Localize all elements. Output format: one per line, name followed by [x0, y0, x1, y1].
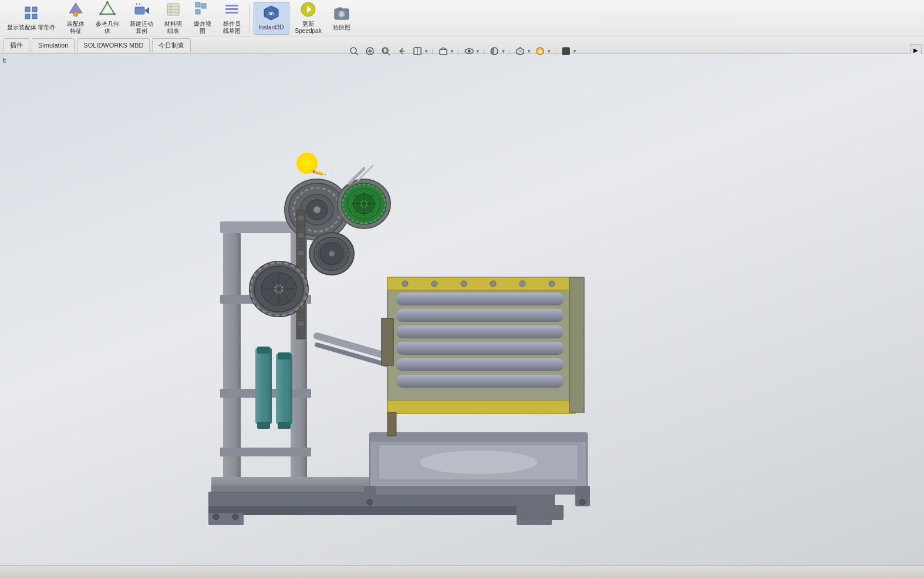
svg-rect-128 [278, 422, 291, 429]
svg-rect-111 [298, 321, 304, 326]
svg-rect-127 [278, 352, 291, 359]
zoom-to-fit-btn[interactable] [363, 44, 377, 58]
ribbon-toolbar: 显示装配体 零部件 装配体特征 参考几何体 [0, 0, 924, 36]
svg-point-52 [519, 50, 521, 52]
svg-marker-13 [144, 7, 149, 14]
svg-rect-46 [440, 49, 447, 55]
assembly-feature-icon [68, 1, 84, 19]
material-icon [165, 1, 181, 19]
svg-point-164 [367, 499, 373, 505]
svg-rect-155 [382, 318, 393, 365]
view-btn-group-search [347, 44, 361, 58]
svg-line-8 [107, 2, 114, 14]
svg-rect-1 [32, 7, 37, 12]
view-btn-group-realview: ▼ [533, 44, 551, 58]
ribbon-material[interactable]: 材料明细表 [159, 2, 187, 35]
view-btn-group-area [379, 44, 393, 58]
svg-rect-122 [255, 348, 272, 424]
ribbon-divider-1 [249, 4, 250, 33]
hide-show-dropdown[interactable]: ▼ [476, 49, 480, 54]
svg-marker-4 [69, 3, 82, 13]
snapshot-icon [333, 5, 350, 23]
section-view-btn[interactable] [410, 44, 424, 58]
svg-rect-76 [517, 505, 564, 520]
section-view-dropdown[interactable]: ▼ [424, 49, 429, 54]
view-orient-btn[interactable] [436, 44, 450, 58]
scene-btn[interactable] [513, 44, 527, 58]
svg-rect-57 [223, 224, 241, 483]
svg-point-150 [431, 281, 437, 287]
svg-point-10 [99, 13, 102, 15]
display-style-dropdown[interactable]: ▼ [501, 49, 505, 54]
svg-rect-103 [298, 251, 304, 256]
ribbon-snapshot[interactable]: 拍快照 [328, 2, 356, 35]
svg-rect-25 [225, 8, 238, 10]
svg-rect-69 [208, 506, 555, 515]
svg-rect-24 [225, 5, 238, 6]
view-btn-group-prev [394, 44, 409, 58]
view-toolbar: ▼ | ▼ | ▼ | [347, 44, 577, 58]
svg-rect-99 [298, 216, 304, 220]
svg-point-151 [461, 281, 467, 287]
svg-rect-167 [387, 412, 396, 436]
viewport[interactable]: It [0, 54, 924, 578]
ribbon-display-assembly[interactable]: 显示装配体 零部件 [2, 2, 60, 35]
ribbon-instant3d[interactable]: 3D Instant3D [254, 2, 289, 35]
ribbon-speedpak[interactable]: 更新Speedpak [291, 2, 326, 35]
svg-rect-23 [195, 9, 200, 14]
svg-point-11 [113, 13, 116, 15]
status-bar [0, 565, 924, 578]
ribbon-operations[interactable]: 操作员线草图 [218, 2, 246, 35]
svg-text:3D: 3D [268, 11, 274, 16]
viewport-label: It [2, 57, 6, 64]
svg-point-154 [549, 281, 555, 287]
ribbon-explode-view[interactable]: 爆炸视图 [188, 2, 217, 35]
svg-rect-144 [396, 342, 564, 355]
svg-rect-55 [562, 48, 569, 55]
svg-rect-138 [396, 293, 564, 305]
new-motion-icon [133, 1, 150, 19]
display-style-btn[interactable] [487, 44, 501, 58]
hide-show-btn[interactable] [462, 44, 476, 58]
svg-rect-140 [396, 309, 564, 322]
realview-dropdown[interactable]: ▼ [547, 49, 551, 54]
previous-view-btn[interactable] [394, 44, 409, 58]
svg-rect-101 [298, 233, 304, 238]
svg-rect-26 [225, 12, 238, 14]
svg-rect-157 [370, 433, 587, 442]
svg-rect-142 [396, 325, 564, 338]
zoom-area-btn[interactable] [379, 44, 393, 58]
svg-rect-3 [32, 14, 37, 19]
svg-rect-134 [387, 277, 575, 290]
realview-btn[interactable] [533, 44, 547, 58]
svg-line-36 [356, 53, 358, 55]
scene-dropdown[interactable]: ▼ [527, 49, 531, 54]
svg-rect-148 [396, 375, 564, 388]
svg-rect-100 [298, 224, 304, 229]
svg-rect-63 [220, 448, 311, 456]
ribbon-new-motion[interactable]: 新建运动算例 [125, 2, 158, 35]
svg-point-153 [520, 281, 525, 287]
ribbon-reference-geometry[interactable]: 参考几何体 [91, 2, 124, 35]
tab-plugin[interactable]: 插件 [4, 38, 29, 52]
instant3d-icon: 3D [263, 5, 279, 23]
svg-rect-158 [370, 486, 587, 495]
svg-point-73 [232, 514, 238, 520]
view-btn-group-display: ▼ [487, 44, 505, 58]
search-btn[interactable] [347, 44, 361, 58]
settings-dropdown[interactable]: ▼ [572, 49, 577, 54]
display-settings-btn[interactable] [559, 44, 573, 58]
svg-rect-12 [135, 7, 144, 14]
svg-rect-104 [298, 260, 304, 264]
view-btn-group-scene: ▼ [513, 44, 531, 58]
svg-rect-2 [25, 14, 30, 19]
speedpak-icon [300, 1, 316, 19]
ribbon-assembly-feature[interactable]: 装配体特征 [62, 2, 90, 35]
reference-geometry-icon [99, 1, 116, 19]
orient-dropdown[interactable]: ▼ [450, 49, 454, 54]
tab-solidworks-mbd[interactable]: SOLIDWORKS MBD [77, 38, 150, 52]
tab-simulation[interactable]: Simulation [32, 38, 75, 52]
svg-rect-34 [338, 8, 342, 9]
display-assembly-icon [23, 5, 39, 23]
tab-today-manufacturing[interactable]: 今日制造 [152, 38, 191, 52]
